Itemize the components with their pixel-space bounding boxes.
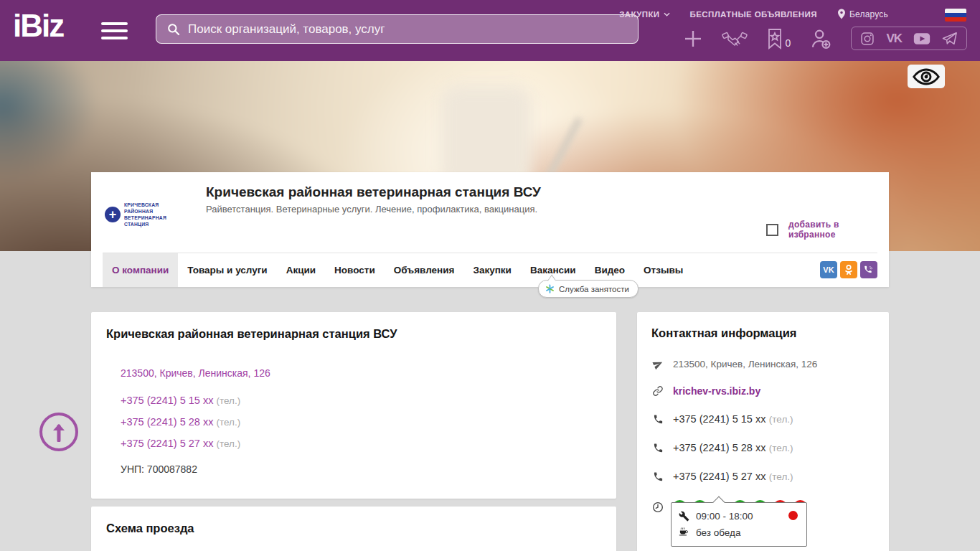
link-icon (651, 385, 664, 397)
add-to-favorites[interactable]: добавить в избранное (766, 220, 889, 240)
contact-address: 213500, Кричев, Ленинская, 126 (673, 359, 817, 369)
contact-title: Контактная информация (651, 326, 875, 340)
vk-icon[interactable]: VK (886, 32, 902, 46)
contact-address-row: 213500, Кричев, Ленинская, 126 (651, 359, 875, 369)
phone-icon (651, 414, 664, 425)
about-section: Кричевская районная ветеринарная станция… (91, 312, 616, 499)
clock-icon (651, 501, 664, 513)
phone-note: (тел.) (769, 443, 793, 453)
about-address-link[interactable]: 213500, Кричев, Ленинская, 126 (121, 367, 270, 379)
company-website-link[interactable]: krichev-rvs.ibiz.by (673, 385, 760, 397)
phone-note: (тел.) (769, 414, 793, 425)
favorite-checkbox[interactable] (766, 224, 778, 236)
partnership-button[interactable] (722, 29, 748, 49)
bookmark-star-icon (766, 28, 783, 50)
coffee-cup-icon (679, 527, 689, 538)
telegram-icon[interactable] (942, 32, 958, 46)
about-phone-row: +375 (2241) 5 15 xx (тел.) (121, 395, 601, 406)
contact-phone-row: +375 (2241) 5 15 xx (тел.) (651, 413, 875, 425)
employment-service-icon (545, 284, 555, 293)
favorite-label: добавить в избранное (788, 220, 889, 240)
vacancies-tooltip-label: Служба занятости (559, 285, 629, 293)
search-bar[interactable] (156, 14, 639, 44)
bookmarks-button[interactable]: 0 (766, 28, 791, 50)
phone-icon (651, 471, 664, 482)
phone-note: (тел.) (216, 395, 240, 406)
tab-products[interactable]: Товары и услуги (178, 253, 276, 287)
contact-phone-row: +375 (2241) 5 28 xx (тел.) (651, 441, 875, 454)
eye-icon (912, 67, 941, 86)
ok-share-button[interactable] (840, 261, 857, 278)
company-header-card: + КРИЧЕВСКАЯ РАЙОННАЯ ВЕТЕРИНАРНАЯ СТАНЦ… (91, 172, 889, 287)
phone-link[interactable]: +375 (2241) 5 15 xx (673, 413, 765, 425)
user-add-icon (809, 27, 832, 50)
tab-promos[interactable]: Акции (277, 253, 325, 287)
region-label: Беларусь (849, 9, 888, 19)
phone-link[interactable]: +375 (2241) 5 27 xx (673, 471, 765, 482)
handshake-icon (722, 29, 748, 49)
phone-note: (тел.) (216, 438, 240, 449)
menu-free-ads[interactable]: БЕСПЛАТНЫЕ ОБЪЯВЛЕНИЯ (690, 10, 817, 19)
search-icon (166, 22, 181, 37)
about-title: Кричевская районная ветеринарная станция… (106, 327, 601, 341)
company-logo-text-2: ВЕТЕРИНАРНАЯ СТАНЦИЯ (124, 215, 183, 227)
site-header: iBiz ЗАКУПКИ БЕСПЛАТНЫЕ ОБЪЯВЛЕНИЯ Белар… (0, 0, 980, 61)
phone-note: (тел.) (216, 417, 240, 428)
open-status-dot (788, 511, 798, 520)
tab-reviews[interactable]: Отзывы (634, 253, 692, 287)
company-description: Райветстанция. Ветеринарные услуги. Лече… (206, 204, 537, 215)
company-name: Кричевская районная ветеринарная станция… (206, 184, 541, 200)
header-social-links: VK (851, 27, 967, 50)
tab-procurement[interactable]: Закупки (463, 253, 520, 287)
chevron-down-icon (664, 12, 670, 17)
header-icons: 0 VK (683, 27, 967, 50)
phone-link[interactable]: +375 (2241) 5 27 xx (121, 438, 213, 449)
navigation-arrow-icon (651, 359, 664, 369)
tab-news[interactable]: Новости (325, 253, 385, 287)
search-input[interactable] (188, 22, 628, 37)
company-tabs: О компании Товары и услуги Акции Новости… (103, 253, 877, 287)
phone-icon (651, 443, 664, 453)
language-flag-ru[interactable] (945, 9, 966, 22)
bookmarks-count: 0 (786, 38, 791, 50)
map-title: Схема проезда (106, 522, 601, 535)
arrow-up-icon (50, 422, 67, 442)
hamburger-menu-icon[interactable] (101, 22, 128, 39)
map-section: Схема проезда (91, 507, 616, 551)
ibiz-logo[interactable]: iBiz (13, 9, 63, 43)
contact-phone-row: +375 (2241) 5 27 xx (тел.) (651, 470, 875, 483)
menu-zakupki[interactable]: ЗАКУПКИ (619, 10, 669, 19)
about-phone-row: +375 (2241) 5 28 xx (тел.) (121, 416, 601, 428)
menu-free-ads-label: БЕСПЛАТНЫЕ ОБЪЯВЛЕНИЯ (690, 10, 817, 19)
vk-share-button[interactable]: VK (820, 261, 837, 278)
tools-icon (679, 511, 689, 522)
veterinary-cross-icon: + (105, 207, 121, 222)
plus-icon (683, 29, 703, 49)
accessibility-eye-button[interactable] (908, 65, 945, 88)
phone-link[interactable]: +375 (2241) 5 28 xx (121, 416, 213, 428)
region-selector[interactable]: Беларусь (837, 9, 888, 19)
viber-button[interactable] (860, 261, 877, 278)
contact-website-row: krichev-rvs.ibiz.by (651, 385, 875, 397)
vacancies-tooltip: Служба занятости (538, 280, 639, 298)
lunch-info: без обеда (696, 527, 740, 538)
tab-about[interactable]: О компании (103, 253, 178, 287)
youtube-icon[interactable] (913, 32, 930, 45)
schedule-tooltip: 09:00 - 18:00 без обеда (671, 502, 807, 547)
scroll-to-top-button[interactable] (39, 413, 78, 451)
phone-link[interactable]: +375 (2241) 5 28 xx (673, 442, 765, 453)
phone-link[interactable]: +375 (2241) 5 15 xx (121, 395, 213, 406)
working-hours: 09:00 - 18:00 (696, 511, 753, 522)
unp-number: УНП: 700087882 (121, 463, 601, 475)
tab-ads[interactable]: Объявления (385, 253, 464, 287)
phone-note: (тел.) (769, 471, 793, 482)
header-top-links: ЗАКУПКИ БЕСПЛАТНЫЕ ОБЪЯВЛЕНИЯ Беларусь (619, 9, 888, 19)
company-logo: + КРИЧЕВСКАЯ РАЙОННАЯ ВЕТЕРИНАРНАЯ СТАНЦ… (103, 181, 183, 248)
contact-info-section: Контактная информация 213500, Кричев, Ле… (637, 312, 889, 551)
login-button[interactable] (809, 27, 832, 50)
location-pin-icon (837, 9, 846, 19)
add-company-button[interactable] (683, 29, 703, 49)
menu-zakupki-label: ЗАКУПКИ (619, 10, 659, 19)
instagram-icon[interactable] (860, 32, 875, 46)
company-logo-text-1: КРИЧЕВСКАЯ РАЙОННАЯ (124, 202, 183, 215)
